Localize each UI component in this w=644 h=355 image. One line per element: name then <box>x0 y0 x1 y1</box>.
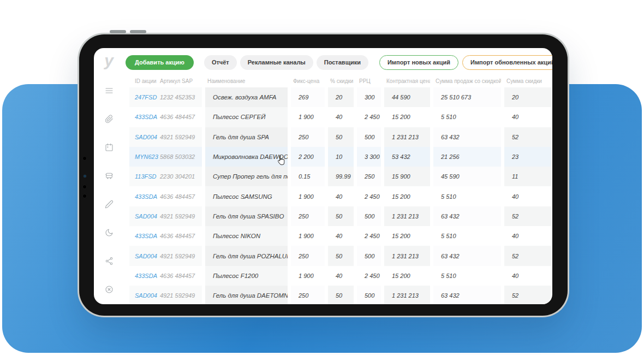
table-row[interactable]: 433SDA4636 484457Пылесос NIKON1 900402 4… <box>129 226 552 246</box>
tablet-camera-dot <box>84 175 86 177</box>
product-name-cell: Супер Пропер гель для пола <box>205 167 288 186</box>
table-row[interactable]: SAD0044921 592949Гель для душа SPASIBO25… <box>129 206 552 226</box>
product-name-cell: Гель для душа POZHALUISTA <box>205 246 288 265</box>
product-name-cell: Освеж. воздуха AMFA <box>205 87 288 107</box>
product-name-cell: Пылесос NIKON <box>205 226 288 246</box>
cell-id-sap-group: 433SDA4636 484457 <box>129 107 202 127</box>
tablet-volume-button <box>130 30 146 33</box>
sap-article-cell: 4636 484457 <box>159 266 202 286</box>
promo-id-link[interactable]: MYN623 <box>129 147 159 167</box>
fixed-price-cell: 1 900 <box>291 266 325 286</box>
sap-article-cell: 4921 592949 <box>159 206 202 226</box>
sales-sum-cell: 5 510 <box>433 107 501 127</box>
contract-price-cell: 15 200 <box>384 107 430 127</box>
sales-sum-cell: 25 510 673 <box>433 87 501 107</box>
discount-percent-cell: 99.99 <box>328 167 354 186</box>
discount-percent-cell: 50 <box>328 286 354 304</box>
sap-article-cell: 4921 592949 <box>159 246 202 265</box>
share-icon[interactable] <box>105 257 114 265</box>
calendar-icon[interactable] <box>105 143 114 152</box>
table-row[interactable]: 433SDA4636 484457Пылесос СЕРГЕЙ1 900402 … <box>129 107 552 127</box>
col-header-2: Наименование <box>205 78 288 84</box>
contract-price-cell: 15 200 <box>384 186 430 206</box>
ad-channels-button[interactable]: Рекламные каналы <box>240 55 313 70</box>
rrp-cell: 2 450 <box>357 107 381 127</box>
fixed-price-cell: 250 <box>291 127 325 147</box>
discount-sum-cell: 52 <box>504 206 551 226</box>
contract-price-cell: 1 231 213 <box>384 286 430 304</box>
promo-id-link[interactable]: 433SDA <box>129 186 159 206</box>
table-row[interactable]: 433SDA4636 484457Пылесос F12001 900402 4… <box>129 266 552 286</box>
discount-sum-cell: 23 <box>504 147 551 167</box>
promo-id-link[interactable]: SAD004 <box>129 246 159 265</box>
moon-icon[interactable] <box>105 228 114 237</box>
cell-id-sap-group: 113FSD2230 304201 <box>129 167 202 186</box>
fixed-price-cell: 2 200 <box>291 147 325 167</box>
paperclip-icon[interactable] <box>105 115 114 123</box>
tablet-speaker-dot <box>83 194 86 198</box>
col-header-sap: Артикул SAP <box>159 78 202 84</box>
discount-sum-cell: 40 <box>504 226 551 246</box>
table-row[interactable]: SAD0044921 592949Гель для душа POZHALUIS… <box>129 246 552 265</box>
suppliers-button[interactable]: Поставщики <box>317 55 368 70</box>
sap-article-cell: 4921 592949 <box>159 286 202 304</box>
table-header-row: ID акцииАртикул SAPНаименованиеФикс-цена… <box>129 76 552 85</box>
table-row[interactable]: 113FSD2230 304201Супер Пропер гель для п… <box>129 167 552 186</box>
col-header-5: РРЦ <box>357 78 381 84</box>
rrp-cell: 3 300 <box>357 147 381 167</box>
car-icon[interactable] <box>105 171 114 180</box>
discount-percent-cell: 50 <box>328 206 354 226</box>
import-new-button[interactable]: Импорт новых акций <box>379 55 458 70</box>
contract-price-cell: 1 231 213 <box>384 246 430 265</box>
promo-id-link[interactable]: 433SDA <box>129 226 159 246</box>
table-row[interactable]: SAD0044921 592949Гель для душа DAETOMNE2… <box>129 286 552 304</box>
main-area: Добавить акцию Отчёт Рекламные каналы По… <box>124 48 552 304</box>
table-row[interactable]: 247FSD1232 452353Освеж. воздуха AMFA2692… <box>129 87 552 107</box>
promo-id-link[interactable]: SAD004 <box>129 127 159 147</box>
discount-sum-cell: 20 <box>504 87 551 107</box>
rrp-cell: 250 <box>357 167 381 186</box>
promo-id-link[interactable]: SAD004 <box>129 286 159 304</box>
pencil-icon[interactable] <box>105 200 114 209</box>
table-body: 247FSD1232 452353Освеж. воздуха AMFA2692… <box>126 87 552 304</box>
sidebar-icons <box>105 86 114 294</box>
cell-id-sap-group: 433SDA4636 484457 <box>129 186 202 206</box>
promo-id-link[interactable]: 113FSD <box>129 167 159 186</box>
product-name-cell: Пылесос СЕРГЕЙ <box>205 107 288 127</box>
discount-sum-cell: 40 <box>504 107 551 127</box>
discount-sum-cell: 40 <box>504 186 551 206</box>
sidebar: у <box>94 48 124 304</box>
table-row[interactable]: MYN6235868 503032Микроволновка DAEWOO2 2… <box>129 147 552 167</box>
table-row[interactable]: 433SDA4636 484457Пылесос SAMSUNG1 900402… <box>129 186 552 206</box>
promo-id-link[interactable]: SAD004 <box>129 206 159 226</box>
sales-sum-cell: 21 256 <box>433 147 501 167</box>
col-header-8: Сумма скидки <box>504 78 551 84</box>
promo-id-link[interactable]: 433SDA <box>129 266 159 286</box>
discount-percent-cell: 40 <box>328 107 354 127</box>
fixed-price-cell: 0.15 <box>291 167 325 186</box>
report-button[interactable]: Отчёт <box>204 55 237 70</box>
table-header-id-sap-group: ID акцииАртикул SAP <box>129 78 202 84</box>
promo-id-link[interactable]: 247FSD <box>129 87 159 107</box>
sales-sum-cell: 5 510 <box>433 186 501 206</box>
sap-article-cell: 2230 304201 <box>159 167 202 186</box>
sales-sum-cell: 5 510 <box>433 226 501 246</box>
sales-sum-cell: 63 432 <box>433 127 501 147</box>
add-promo-button[interactable]: Добавить акцию <box>126 55 194 70</box>
sap-article-cell: 4921 592949 <box>159 127 202 147</box>
promo-id-link[interactable]: 433SDA <box>129 107 159 127</box>
product-name-cell: Гель для душа SPA <box>205 127 288 147</box>
import-updated-button[interactable]: Импорт обновленных акций <box>462 55 552 70</box>
sales-sum-cell: 5 510 <box>433 266 501 286</box>
rrp-cell: 500 <box>357 206 381 226</box>
fixed-price-cell: 1 900 <box>291 186 325 206</box>
contract-price-cell: 15 900 <box>384 167 430 186</box>
cell-id-sap-group: SAD0044921 592949 <box>129 286 202 304</box>
discount-percent-cell: 20 <box>328 87 354 107</box>
sales-sum-cell: 63 432 <box>433 206 501 226</box>
menu-icon[interactable] <box>105 86 114 95</box>
close-circle-icon[interactable] <box>105 285 114 294</box>
table-row[interactable]: SAD0044921 592949Гель для душа SPA250505… <box>129 127 552 147</box>
sap-article-cell: 4636 484457 <box>159 226 202 246</box>
contract-price-cell: 15 200 <box>384 226 430 246</box>
